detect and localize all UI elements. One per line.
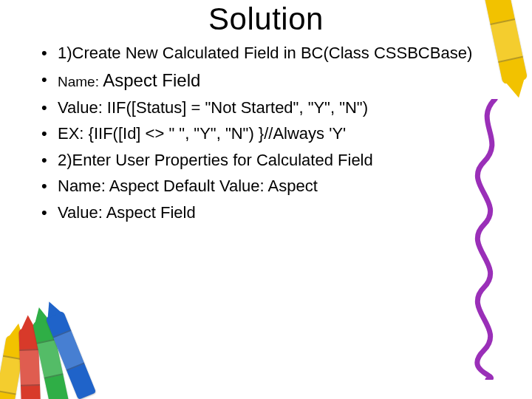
bullet-item: Value: IIF([Status] = "Not Started", "Y"… xyxy=(38,98,488,118)
crayon-icon xyxy=(33,318,69,399)
slide-title: Solution xyxy=(30,1,502,37)
bullet-text: 2)Enter User Properties for Calculated F… xyxy=(58,151,373,169)
crayon-icon xyxy=(0,335,26,399)
bullet-name-prefix: Name: xyxy=(58,74,103,89)
bullet-text: Value: Aspect Field xyxy=(58,203,196,222)
bullet-item: EX: {IIF([Id] <> " ", "Y", "N") }//Alway… xyxy=(38,123,488,144)
bullet-item: 2)Enter User Properties for Calculated F… xyxy=(38,150,488,171)
bullet-item: 1)Create New Calculated Field in BC(Clas… xyxy=(38,43,488,64)
bullet-item: Name: Aspect Default Value: Aspect xyxy=(38,176,488,197)
bullet-text: 1)Create New Calculated Field in BC(Clas… xyxy=(58,44,472,62)
bullet-text: Value: IIF([Status] = "Not Started", "Y"… xyxy=(58,98,368,117)
slide: Solution 1)Create New Calculated Field i… xyxy=(0,1,532,399)
bullet-list: 1)Create New Calculated Field in BC(Clas… xyxy=(30,43,502,222)
crayon-group-icon xyxy=(0,303,98,399)
bullet-text: EX: {IIF([Id] <> " ", "Y", "N") }//Alway… xyxy=(58,124,346,143)
bullet-name-value: Aspect Field xyxy=(103,70,200,90)
crayon-icon xyxy=(45,310,96,399)
crayon-icon xyxy=(18,328,41,399)
bullet-text: Name: Aspect Default Value: Aspect xyxy=(58,177,318,195)
bullet-item: Value: Aspect Field xyxy=(38,202,488,223)
bullet-item: Name: Aspect Field xyxy=(38,69,488,92)
